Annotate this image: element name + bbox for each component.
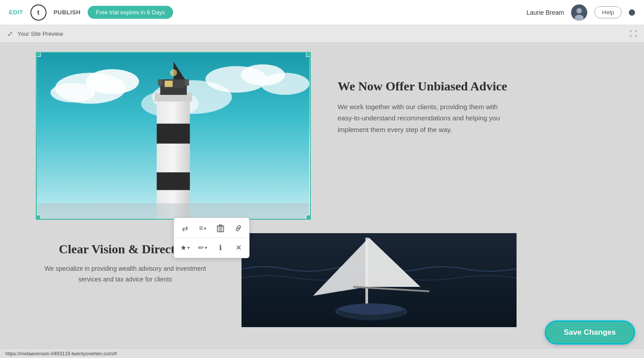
trial-badge[interactable]: Free trial expires in 6 Days	[88, 6, 173, 19]
section1-title: We Now Offer Unbiased Advice	[338, 79, 508, 94]
content-wrapper: We Now Offer Unbiased Advice We work tog…	[0, 43, 644, 336]
publish-button[interactable]: PUBLISH	[54, 9, 81, 16]
avatar-icon	[571, 4, 587, 21]
resize-handle-tr[interactable]	[306, 52, 310, 57]
svg-rect-20	[165, 81, 173, 87]
navbar: EDIT t PUBLISH Free trial expires in 6 D…	[0, 0, 644, 25]
status-bar: https://melawrenson-9493119.twentyoverte…	[0, 348, 644, 358]
fullscreen-icon[interactable]: ⛶	[630, 30, 637, 38]
svg-rect-14	[157, 172, 190, 190]
status-url: https://melawrenson-9493119.twentyoverte…	[5, 351, 117, 356]
navbar-left: EDIT t PUBLISH Free trial expires in 6 D…	[9, 4, 173, 21]
main-content: We Now Offer Unbiased Advice We work tog…	[0, 43, 644, 358]
svg-rect-22	[37, 203, 309, 219]
navbar-right: Laurie Bream Help	[526, 4, 635, 21]
edit-dropdown-arrow: ▾	[205, 245, 207, 250]
preview-label: Your Site Preview	[17, 30, 63, 37]
save-changes-container: Save Changes	[545, 320, 635, 345]
svg-point-1	[576, 8, 582, 13]
toolbar-favorite-btn[interactable]: ★▾	[176, 239, 194, 256]
avatar[interactable]	[571, 4, 587, 21]
toolbar-align-btn[interactable]: ≡▾	[194, 220, 212, 237]
toolbar-separator	[178, 238, 246, 238]
logo-icon[interactable]: t	[30, 4, 47, 21]
toolbar-info-btn[interactable]: ℹ	[212, 239, 229, 256]
toolbar-edit-btn[interactable]: ✏▾	[194, 239, 212, 256]
save-changes-button[interactable]: Save Changes	[545, 320, 635, 345]
edit-button[interactable]: EDIT	[9, 9, 23, 16]
toolbar-popup: ⇄ ≡▾ ★▾ ✏▾	[174, 217, 250, 258]
lighthouse-svg	[37, 53, 310, 219]
align-dropdown-arrow: ▾	[204, 226, 206, 231]
notification-icon[interactable]	[629, 9, 635, 16]
resize-handle-bl[interactable]	[36, 215, 41, 219]
user-name: Laurie Bream	[526, 9, 564, 16]
resize-handle-tl[interactable]	[36, 52, 41, 57]
sailing-svg	[242, 233, 517, 327]
section1-text: We Now Offer Unbiased Advice We work tog…	[338, 52, 508, 135]
svg-rect-12	[157, 97, 190, 219]
bottom-section: Clear Vision & Direction We specialize i…	[0, 233, 644, 327]
section2-body: We specialize in providing wealth adviso…	[36, 264, 215, 285]
preview-bar-left: ⤢ Your Site Preview	[7, 30, 63, 38]
link-icon	[235, 225, 242, 232]
svg-point-6	[51, 83, 95, 102]
help-button[interactable]: Help	[594, 6, 622, 18]
lighthouse-image[interactable]	[36, 52, 311, 220]
svg-point-9	[261, 73, 309, 95]
resize-handle-br[interactable]	[306, 215, 310, 219]
top-section: We Now Offer Unbiased Advice We work tog…	[0, 52, 644, 220]
svg-line-34	[237, 227, 239, 229]
trash-icon	[217, 224, 224, 232]
favorite-dropdown-arrow: ▾	[187, 245, 190, 250]
sailing-image[interactable]	[242, 233, 517, 327]
svg-rect-13	[157, 124, 190, 144]
shrink-icon[interactable]: ⤢	[7, 30, 13, 38]
svg-point-21	[170, 69, 177, 77]
toolbar-link-btn[interactable]	[229, 220, 247, 237]
toolbar-close-btn[interactable]: ✕	[229, 239, 247, 256]
toolbar-settings-btn[interactable]: ⇄	[176, 220, 194, 237]
toolbar-delete-btn[interactable]	[212, 220, 229, 237]
section1-body: We work together with our clients, provi…	[338, 101, 508, 136]
preview-bar: ⤢ Your Site Preview ⛶	[0, 25, 644, 43]
